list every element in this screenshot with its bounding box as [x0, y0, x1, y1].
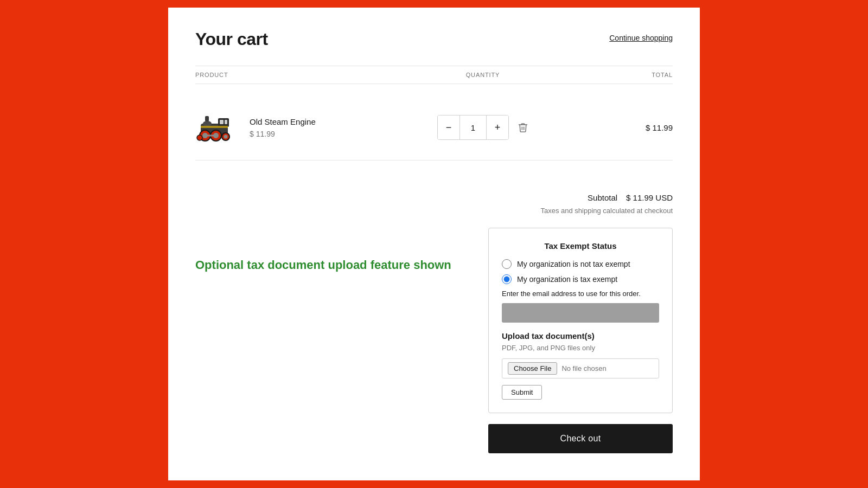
product-details: Old Steam Engine $ 11.99: [250, 117, 316, 138]
product-image: [195, 106, 239, 149]
total-column-header: TOTAL: [564, 72, 673, 78]
svg-rect-13: [201, 126, 228, 128]
submit-button[interactable]: Submit: [502, 385, 542, 400]
svg-rect-3: [205, 116, 209, 121]
quantity-wrapper: − 1 +: [437, 115, 509, 140]
quantity-controls: − 1 +: [401, 115, 564, 140]
product-column-header: PRODUCT: [195, 72, 401, 78]
svg-point-12: [197, 135, 202, 140]
cart-page: Your cart Continue shopping PRODUCT QUAN…: [168, 8, 700, 480]
left-panel: Optional tax document upload feature sho…: [195, 177, 488, 453]
item-total: $ 11.99: [564, 123, 673, 132]
subtotal-label: Subtotal: [588, 193, 617, 202]
cart-title: Your cart: [195, 29, 268, 49]
radio-exempt-label: My organization is tax exempt: [517, 275, 617, 284]
product-name: Old Steam Engine: [250, 117, 316, 126]
quantity-decrease-button[interactable]: −: [438, 115, 459, 139]
right-panel: Subtotal $ 11.99 USD Taxes and shipping …: [488, 177, 673, 453]
tax-exempt-box: Tax Exempt Status My organization is not…: [488, 228, 673, 413]
radio-not-exempt[interactable]: My organization is not tax exempt: [502, 259, 659, 269]
product-price: $ 11.99: [250, 130, 316, 138]
radio-exempt[interactable]: My organization is tax exempt: [502, 274, 659, 284]
subtotal-value: $ 11.99 USD: [626, 193, 673, 202]
upload-subtitle: PDF, JPG, and PNG files only: [502, 344, 659, 352]
file-input-wrapper: Choose File No file chosen: [502, 358, 659, 378]
no-file-text: No file chosen: [561, 364, 606, 373]
choose-file-button[interactable]: Choose File: [508, 362, 557, 375]
bottom-area: Optional tax document upload feature sho…: [195, 177, 673, 453]
radio-not-exempt-label: My organization is not tax exempt: [517, 260, 630, 268]
cart-header: Your cart Continue shopping: [195, 29, 673, 49]
tax-exempt-title: Tax Exempt Status: [502, 241, 659, 251]
upload-title: Upload tax document(s): [502, 331, 659, 341]
radio-exempt-input[interactable]: [502, 274, 512, 284]
cart-item-row: Old Steam Engine $ 11.99 − 1 +: [195, 95, 673, 160]
email-instruction: Enter the email address to use for this …: [502, 290, 659, 298]
subtotal-row: Subtotal $ 11.99 USD: [588, 193, 673, 202]
svg-rect-4: [220, 120, 224, 124]
radio-not-exempt-input[interactable]: [502, 259, 512, 269]
quantity-column-header: QUANTITY: [401, 72, 564, 78]
quantity-increase-button[interactable]: +: [487, 115, 508, 139]
optional-feature-label: Optional tax document upload feature sho…: [195, 258, 451, 272]
trash-icon: [518, 122, 528, 133]
tax-note: Taxes and shipping calculated at checkou…: [540, 207, 673, 215]
delete-item-button[interactable]: [518, 122, 528, 133]
svg-point-11: [224, 135, 228, 139]
table-header: PRODUCT QUANTITY TOTAL: [195, 66, 673, 84]
email-input-field[interactable]: [502, 303, 659, 323]
quantity-value: 1: [459, 115, 487, 139]
product-info: Old Steam Engine $ 11.99: [195, 106, 401, 149]
svg-point-2: [203, 121, 212, 126]
svg-rect-5: [225, 120, 227, 124]
continue-shopping-button[interactable]: Continue shopping: [609, 34, 673, 42]
checkout-button[interactable]: Check out: [488, 424, 673, 453]
